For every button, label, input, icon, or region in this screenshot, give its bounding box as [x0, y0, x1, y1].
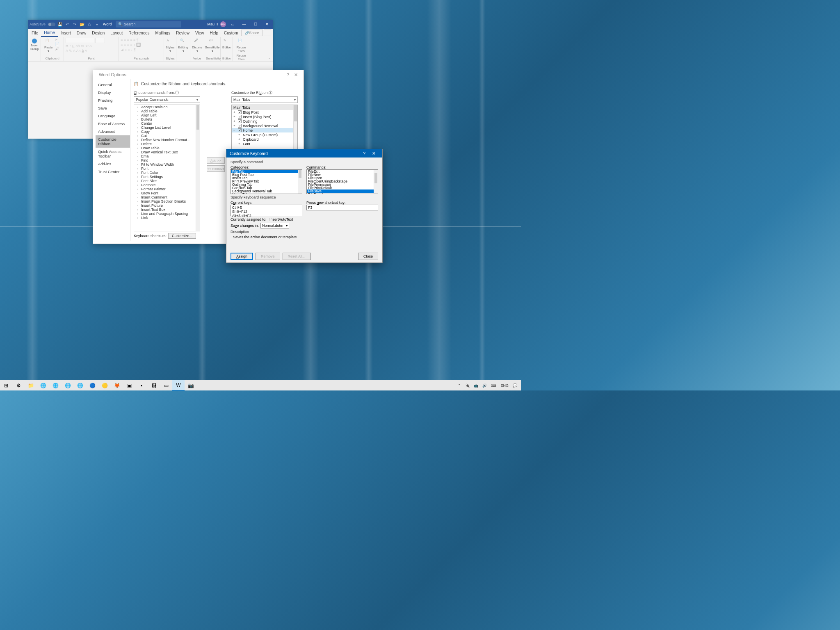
tree-item[interactable]: +Clipboard [232, 137, 297, 142]
tree-item[interactable]: +New Group (Custom) [232, 132, 297, 137]
command-item[interactable]: ▫Insert Text Box [134, 208, 200, 212]
print-icon[interactable]: ⎙ [86, 20, 93, 29]
edge-icon[interactable]: 🌐 [37, 380, 49, 391]
photos-icon[interactable]: 🖼 [148, 380, 160, 391]
collapse-ribbon-icon[interactable]: ⌃ [266, 37, 273, 61]
command-item[interactable]: ▫Delete [134, 142, 200, 146]
keyboard-icon[interactable]: ⌨ [490, 383, 498, 388]
tree-item[interactable]: +✓Outlining [232, 119, 297, 123]
command-item[interactable]: ▫Email [134, 154, 200, 158]
paste-button[interactable]: 📋 Paste▾ [43, 38, 54, 54]
cmd-icon[interactable]: ▪ [135, 380, 148, 391]
commands-list[interactable]: ▫Accept Revision▫Add Table▫Align Left▫Bu… [134, 105, 200, 231]
folder-icon[interactable]: 📂 [78, 20, 86, 29]
nav-addins[interactable]: Add-ins [96, 160, 130, 168]
tree-item[interactable]: +Font [232, 142, 297, 146]
close-dialog-button[interactable]: Close [358, 253, 378, 260]
tab-file[interactable]: File [29, 29, 41, 37]
editor-button[interactable]: ✎Editor [222, 38, 231, 50]
nav-customize-ribbon[interactable]: Customize Ribbon [96, 135, 130, 148]
tab-help[interactable]: Help [207, 29, 221, 37]
command-item[interactable]: ▫Line and Paragraph Spacing▸ [134, 212, 200, 216]
tab-mailings[interactable]: Mailings [152, 29, 173, 37]
terminal-icon[interactable]: ▣ [123, 380, 135, 391]
tab-design[interactable]: Design [89, 29, 107, 37]
command-item[interactable]: ▫Format Painter [134, 187, 200, 191]
undo-icon[interactable]: ↶ [64, 20, 71, 29]
command-item[interactable]: ▫Link▸ [134, 216, 200, 220]
tab-layout[interactable]: Layout [107, 29, 126, 37]
remove-button[interactable]: << Remove [207, 165, 225, 172]
camera-icon[interactable]: 📷 [185, 380, 197, 391]
copy-icon[interactable]: 📄 [55, 42, 59, 46]
command-item[interactable]: ▫Insert Picture [134, 203, 200, 208]
editing-button[interactable]: 🔍Editing▾ [178, 38, 188, 54]
cut-icon[interactable]: ✂ [55, 38, 59, 42]
dictate-button[interactable]: 🎤Dictate▾ [192, 38, 202, 54]
tab-view[interactable]: View [192, 29, 207, 37]
ck-command-item[interactable]: FileSaveAs [307, 193, 378, 194]
reuse-files-button[interactable]: 📄Reuse Files [235, 38, 248, 54]
action-center-icon[interactable]: 💬 [511, 383, 518, 388]
styles-button[interactable]: AStyles▾ [166, 38, 174, 54]
nav-display[interactable]: Display [96, 89, 130, 96]
assign-button[interactable]: Assign [231, 253, 253, 260]
cast-icon[interactable]: 📺 [472, 383, 479, 388]
customize-keyboard-button[interactable]: Customize... [168, 233, 196, 239]
word-taskbar-icon[interactable]: W [172, 380, 185, 391]
nav-save[interactable]: Save [96, 104, 130, 112]
command-item[interactable]: ▫Center [134, 121, 200, 126]
nav-ease-of-access[interactable]: Ease of Access [96, 120, 130, 128]
ribbon-mode-icon[interactable]: ▭ [227, 20, 238, 29]
minimize-button[interactable]: — [238, 20, 250, 29]
command-item[interactable]: ▫Footnote [134, 183, 200, 187]
ck-commands-list[interactable]: FileExitFileNewFileOpenFileOpenUsingBack… [306, 169, 378, 194]
edge-beta-icon[interactable]: 🌐 [49, 380, 62, 391]
tree-item[interactable]: +✓Blog Post [232, 110, 297, 114]
tab-custom[interactable]: Custom [221, 29, 241, 37]
command-item[interactable]: ▫Add Table [134, 109, 200, 113]
command-item[interactable]: ▫Copy [134, 130, 200, 134]
redo-icon[interactable]: ↷ [71, 20, 78, 29]
command-item[interactable]: ▫Align Left [134, 113, 200, 117]
tab-insert[interactable]: Insert [58, 29, 74, 37]
reset-all-button[interactable]: Reset All... [283, 253, 311, 260]
command-item[interactable]: ▫Font Color▸ [134, 171, 200, 175]
nav-trust-center[interactable]: Trust Center [96, 168, 130, 176]
sensitivity-button[interactable]: 🏷Sensitivity▾ [206, 38, 219, 54]
task-view-icon[interactable]: ▭ [160, 380, 172, 391]
command-item[interactable]: ▫Accept Revision [134, 105, 200, 109]
language-indicator[interactable]: ENG [499, 383, 510, 388]
command-item[interactable]: ▫Insert Comment [134, 195, 200, 199]
categories-scrollbar[interactable] [298, 170, 302, 194]
tray-chevron-icon[interactable]: ⌃ [457, 383, 462, 388]
command-item[interactable]: ▫Change List Level▸ [134, 126, 200, 130]
command-item[interactable]: ▫Fit to Window Width [134, 162, 200, 167]
nav-quick-access[interactable]: Quick Access Toolbar [96, 148, 130, 160]
chrome-canary-icon[interactable]: 🟡 [98, 380, 111, 391]
tab-home[interactable]: Home [41, 29, 58, 37]
save-changes-select[interactable]: Normal.dotm▾ [260, 223, 289, 228]
customize-ribbon-select[interactable]: Main Tabs [231, 96, 298, 103]
commands-scrollbar[interactable] [374, 170, 378, 194]
user-avatar[interactable]: MH [220, 21, 226, 27]
maximize-button[interactable]: ☐ [250, 20, 261, 29]
nav-language[interactable]: Language [96, 112, 130, 120]
options-close-icon[interactable]: ✕ [292, 72, 300, 78]
user-name[interactable]: Mau H [206, 22, 219, 26]
current-keys-list[interactable]: Ctrl+SShift+F12Alt+Shift+F2 [231, 205, 302, 216]
edge-canary-icon[interactable]: 🌐 [74, 380, 86, 391]
command-item[interactable]: ▫Font▸ [134, 167, 200, 171]
new-group-button[interactable]: New Group [30, 38, 39, 52]
tab-review[interactable]: Review [173, 29, 192, 37]
usb-icon[interactable]: 🔌 [464, 383, 471, 388]
options-help-icon[interactable]: ? [284, 72, 292, 77]
share-button[interactable]: 🔗 Share [241, 30, 263, 36]
command-item[interactable]: ▫Insert Page Section Breaks▸ [134, 199, 200, 203]
format-painter-icon[interactable]: 🖌 [55, 47, 59, 51]
new-shortcut-input[interactable]: F3 [306, 205, 378, 210]
tree-item[interactable]: +✓Insert (Blog Post) [232, 114, 297, 119]
search-box[interactable]: 🔍 Search [116, 21, 181, 27]
nav-general[interactable]: General [96, 81, 130, 89]
tree-item[interactable]: −✓Home [232, 128, 297, 132]
